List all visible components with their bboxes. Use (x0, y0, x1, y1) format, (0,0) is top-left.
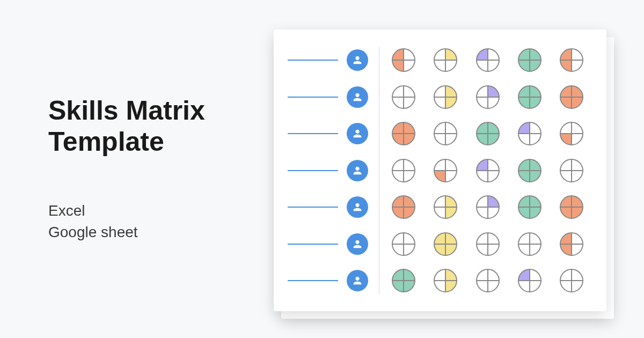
person-avatar-icon (347, 49, 368, 71)
name-placeholder-line (288, 207, 338, 208)
skill-quadrant-icon (390, 194, 417, 221)
matrix-row (390, 120, 585, 147)
people-column (288, 47, 368, 294)
skill-quadrant-icon (432, 47, 459, 74)
skills-matrix-card (274, 30, 606, 311)
skill-quadrant-icon (558, 267, 585, 294)
person-row (288, 231, 368, 258)
skill-quadrant-icon (474, 47, 501, 74)
matrix-row (390, 231, 585, 258)
skill-quadrant-icon (390, 267, 417, 294)
person-row (288, 84, 368, 111)
text-content: Skills Matrix Template Excel Google shee… (0, 95, 268, 242)
skill-quadrant-icon (558, 47, 585, 74)
name-placeholder-line (288, 280, 338, 281)
skill-quadrant-icon (558, 84, 585, 111)
skill-quadrant-icon (474, 84, 501, 111)
title-line-2: Template (48, 127, 164, 157)
matrix-row (390, 194, 585, 221)
skill-quadrant-icon (474, 120, 501, 147)
name-placeholder-line (288, 60, 338, 61)
skill-quadrant-icon (432, 194, 459, 221)
name-placeholder-line (288, 97, 338, 98)
name-placeholder-line (288, 170, 338, 171)
skill-quadrant-icon (432, 120, 459, 147)
skill-quadrant-icon (474, 231, 501, 258)
person-avatar-icon (347, 86, 368, 108)
skill-quadrant-icon (390, 157, 417, 184)
person-avatar-icon (347, 196, 368, 218)
skill-quadrant-icon (516, 47, 543, 74)
skill-quadrant-icon (390, 120, 417, 147)
skill-quadrant-icon (558, 157, 585, 184)
skill-quadrant-icon (474, 194, 501, 221)
person-avatar-icon (347, 123, 368, 144)
skill-quadrant-icon (390, 47, 417, 74)
subtitle-line-1: Excel (48, 202, 85, 219)
matrix-row (390, 47, 585, 74)
subtitle-line-2: Google sheet (48, 224, 138, 240)
skills-matrix-grid (390, 47, 585, 294)
person-row (288, 194, 368, 221)
skill-quadrant-icon (558, 120, 585, 147)
name-placeholder-line (288, 133, 338, 134)
skill-quadrant-icon (432, 84, 459, 111)
skill-quadrant-icon (432, 157, 459, 184)
skill-quadrant-icon (516, 120, 543, 147)
person-row (288, 120, 368, 147)
skill-quadrant-icon (390, 231, 417, 258)
person-row (288, 157, 368, 184)
person-avatar-icon (347, 270, 368, 291)
skill-quadrant-icon (432, 267, 459, 294)
skill-quadrant-icon (432, 231, 459, 258)
skill-quadrant-icon (516, 231, 543, 258)
matrix-row (390, 267, 585, 294)
skill-quadrant-icon (516, 157, 543, 184)
skill-quadrant-icon (474, 157, 501, 184)
subtitle: Excel Google sheet (48, 200, 247, 242)
skill-quadrant-icon (516, 267, 543, 294)
person-avatar-icon (347, 160, 368, 181)
name-placeholder-line (288, 244, 338, 245)
matrix-row (390, 157, 585, 184)
skill-quadrant-icon (558, 231, 585, 258)
skill-quadrant-icon (390, 84, 417, 111)
matrix-row (390, 84, 585, 111)
vertical-divider (379, 47, 379, 294)
matrix-card-stack (274, 30, 606, 311)
person-row (288, 47, 368, 74)
page-title: Skills Matrix Template (48, 95, 247, 157)
skill-quadrant-icon (516, 84, 543, 111)
skill-quadrant-icon (558, 194, 585, 221)
skill-quadrant-icon (474, 267, 501, 294)
person-row (288, 267, 368, 294)
person-avatar-icon (347, 233, 368, 255)
skill-quadrant-icon (516, 194, 543, 221)
title-line-1: Skills Matrix (48, 95, 205, 126)
